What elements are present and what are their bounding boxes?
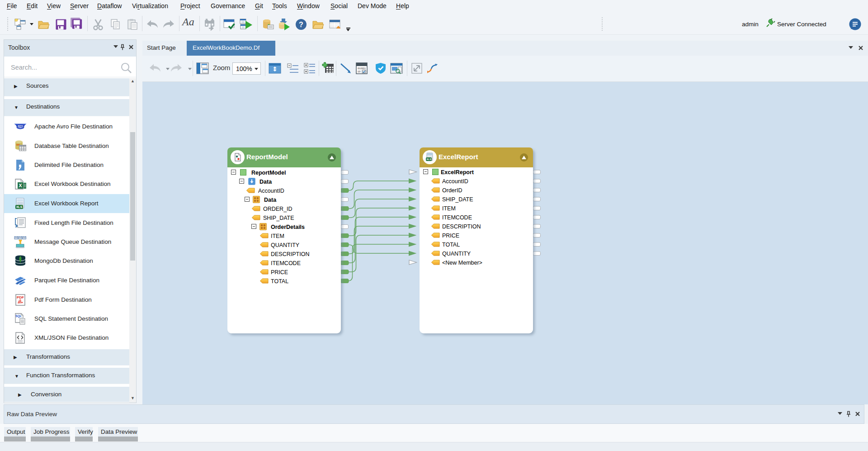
svg-text:SQL: SQL xyxy=(15,314,21,318)
svg-text:XLS: XLS xyxy=(16,205,23,209)
svg-text:X: X xyxy=(19,183,22,188)
svg-text:01001: 01001 xyxy=(358,67,366,70)
svg-text:10: 10 xyxy=(357,70,361,73)
svg-text:avro: avro xyxy=(18,124,23,127)
svg-text:PDF: PDF xyxy=(17,295,24,299)
svg-text:XLS: XLS xyxy=(426,158,431,161)
svg-text:?: ? xyxy=(299,21,303,28)
